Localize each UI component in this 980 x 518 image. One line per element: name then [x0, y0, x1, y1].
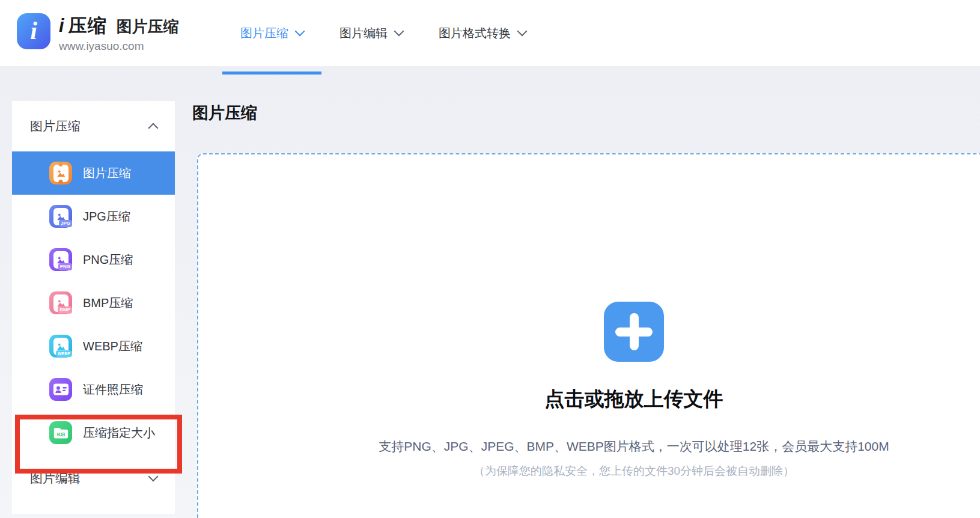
jpg-image-icon: JPG [49, 205, 72, 228]
upload-title: 点击或拖放上传文件 [545, 386, 723, 413]
sidebar-item-id-photo-compress[interactable]: 证件照压缩 [12, 368, 175, 411]
plus-icon [630, 313, 639, 350]
sidebar-item-label: 证件照压缩 [83, 382, 143, 398]
page-title: 图片压缩 [192, 102, 257, 124]
brand-subtitle: 图片压缩 [117, 16, 179, 37]
upload-hint: 支持PNG、JPG、JPEG、BMP、WEBP图片格式，一次可以处理12张，会员… [379, 438, 889, 455]
highlight-rectangle [15, 415, 182, 474]
bmp-image-icon: BMP [49, 291, 72, 314]
page: i i 压缩 图片压缩 www.iyasuo.com 图片压缩 图片编辑 [0, 0, 980, 518]
tab-label: 图片格式转换 [439, 25, 511, 41]
png-image-icon: PNG [49, 248, 72, 271]
top-nav: 图片压缩 图片编辑 图片格式转换 [222, 0, 544, 66]
sidebar-item-bmp-compress[interactable]: BMP BMP压缩 [12, 281, 175, 325]
add-files-button[interactable] [604, 302, 664, 362]
sidebar-item-label: BMP压缩 [83, 295, 133, 311]
png-badge: PNG [58, 263, 72, 270]
image-compress-icon [49, 162, 72, 184]
sidebar-group-image-compress[interactable]: 图片压缩 [12, 101, 175, 151]
chevron-down-icon [394, 26, 404, 37]
sidebar-item-label: PNG压缩 [83, 252, 133, 268]
brand-logo-icon: i [17, 13, 50, 49]
tab-image-edit[interactable]: 图片编辑 [321, 0, 421, 75]
brand-logo[interactable]: i i 压缩 图片压缩 www.iyasuo.com [17, 13, 179, 53]
header: i i 压缩 图片压缩 www.iyasuo.com 图片压缩 图片编辑 [0, 0, 980, 67]
jpg-badge: JPG [59, 220, 72, 227]
tab-label: 图片压缩 [240, 25, 288, 41]
id-photo-icon [49, 378, 72, 401]
chevron-down-icon [517, 26, 528, 37]
brand-url: www.iyasuo.com [59, 40, 179, 53]
upload-privacy-note: （为保障您的隐私安全，您上传的文件30分钟后会被自动删除） [473, 463, 794, 479]
chevron-down-icon [295, 26, 305, 37]
sidebar-item-image-compress[interactable]: 图片压缩 [12, 151, 175, 195]
brand-text: i 压缩 图片压缩 www.iyasuo.com [59, 13, 179, 53]
bmp-badge: BMP [58, 306, 72, 314]
tab-label: 图片编辑 [339, 25, 388, 41]
sidebar-item-png-compress[interactable]: PNG PNG压缩 [12, 238, 175, 281]
brand-name-prefix: i [59, 15, 64, 37]
webp-image-icon: WEBP [49, 335, 72, 358]
brand-name: 压缩 [68, 13, 107, 38]
chevron-up-icon [148, 123, 159, 133]
brand-logo-letter: i [30, 18, 37, 43]
sidebar-group-label: 图片压缩 [30, 118, 81, 135]
sidebar-item-webp-compress[interactable]: WEBP WEBP压缩 [12, 325, 175, 368]
active-tab-underline [222, 72, 321, 75]
sidebar-item-jpg-compress[interactable]: JPG JPG压缩 [12, 195, 175, 238]
sidebar-item-label: 图片压缩 [83, 165, 131, 181]
tab-image-format-convert[interactable]: 图片格式转换 [421, 0, 544, 75]
tab-image-compress[interactable]: 图片压缩 [222, 0, 321, 75]
webp-badge: WEBP [56, 350, 72, 357]
sidebar-item-label: WEBP压缩 [83, 338, 142, 355]
sidebar-item-label: JPG压缩 [83, 209, 130, 225]
upload-dropzone[interactable]: 点击或拖放上传文件 支持PNG、JPG、JPEG、BMP、WEBP图片格式，一次… [197, 153, 980, 518]
